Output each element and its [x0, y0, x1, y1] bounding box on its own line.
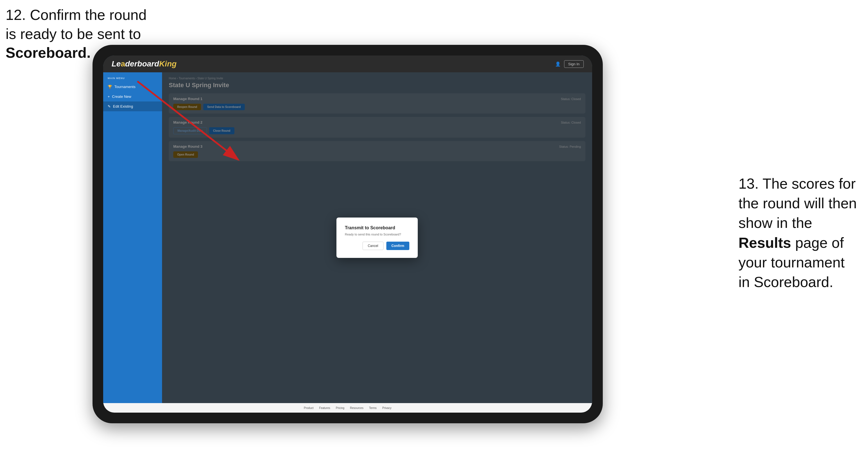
annotation-line3: Scoreboard. — [6, 44, 91, 61]
app-body: MAIN MENU 🏆 Tournaments + Create New ✎ E… — [103, 72, 592, 403]
footer-features[interactable]: Features — [319, 406, 330, 409]
dialog-title: Transmit to Scoreboard — [345, 225, 409, 230]
app-container: LeaderboardKing 👤 Sign In MAIN MENU 🏆 To… — [103, 56, 592, 413]
annotation-right-line4: page of — [791, 235, 844, 251]
annotation-top-left: 12. Confirm the round is ready to be sen… — [6, 6, 147, 63]
sidebar-item-create-new[interactable]: + Create New — [103, 92, 162, 101]
user-icon: 👤 — [555, 61, 561, 67]
annotation-right-line2: the round will then — [739, 195, 857, 211]
confirm-button[interactable]: Confirm — [386, 242, 409, 250]
cancel-button[interactable]: Cancel — [363, 242, 383, 250]
app-header: LeaderboardKing 👤 Sign In — [103, 56, 592, 72]
transmit-dialog: Transmit to Scoreboard Ready to send thi… — [336, 218, 418, 258]
sidebar-item-edit-existing[interactable]: ✎ Edit Existing — [103, 101, 162, 111]
sidebar: MAIN MENU 🏆 Tournaments + Create New ✎ E… — [103, 72, 162, 403]
annotation-line2: is ready to be sent to — [6, 26, 141, 42]
dialog-overlay: Transmit to Scoreboard Ready to send thi… — [162, 72, 592, 403]
annotation-right-line1: 13. The scores for — [739, 176, 856, 192]
annotation-line1: 12. Confirm the round — [6, 7, 147, 23]
annotation-right: 13. The scores for the round will then s… — [739, 174, 857, 292]
sidebar-edit-existing-label: Edit Existing — [113, 104, 133, 108]
tablet-screen: LeaderboardKing 👤 Sign In MAIN MENU 🏆 To… — [103, 56, 592, 413]
tablet-frame: LeaderboardKing 👤 Sign In MAIN MENU 🏆 To… — [93, 45, 603, 423]
trophy-icon: 🏆 — [108, 85, 112, 89]
dialog-buttons: Cancel Confirm — [345, 242, 409, 250]
sign-in-button[interactable]: Sign In — [564, 60, 584, 68]
plus-icon: + — [108, 94, 110, 99]
edit-icon: ✎ — [108, 104, 111, 108]
annotation-right-line3: show in the — [739, 215, 812, 231]
annotation-right-line5: your tournament — [739, 254, 845, 271]
header-right: 👤 Sign In — [555, 60, 584, 68]
footer-terms[interactable]: Terms — [369, 406, 376, 409]
sidebar-item-tournaments[interactable]: 🏆 Tournaments — [103, 82, 162, 92]
app-footer: Product Features Pricing Resources Terms… — [103, 403, 592, 413]
dialog-subtitle: Ready to send this round to Scoreboard? — [345, 233, 409, 236]
footer-privacy[interactable]: Privacy — [382, 406, 392, 409]
annotation-right-line6: in Scoreboard. — [739, 274, 833, 290]
footer-resources[interactable]: Resources — [350, 406, 363, 409]
annotation-right-bold: Results — [739, 235, 791, 251]
sidebar-create-new-label: Create New — [112, 94, 131, 99]
sidebar-tournaments-label: Tournaments — [114, 85, 135, 89]
footer-pricing[interactable]: Pricing — [336, 406, 345, 409]
footer-product[interactable]: Product — [304, 406, 313, 409]
main-content: Home › Tournaments › State U Spring Invi… — [162, 72, 592, 403]
logo-king: King — [159, 59, 177, 68]
sidebar-section-label: MAIN MENU — [103, 77, 162, 82]
